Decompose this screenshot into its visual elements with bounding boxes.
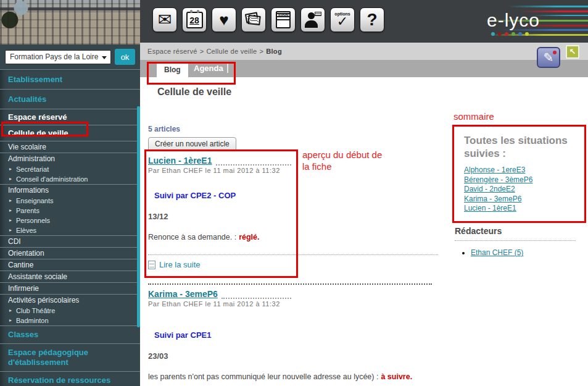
- sidebar-item-etablissement[interactable]: Etablissement: [0, 70, 140, 90]
- sidebar-item-club-theatre[interactable]: Club Théâtre: [0, 306, 140, 316]
- sidebar-item-parents[interactable]: Parents: [0, 206, 140, 216]
- sidebar-item-activites-periscolaires[interactable]: Activités périscolaires: [0, 295, 140, 306]
- edit-tools-button[interactable]: ✎: [537, 47, 560, 68]
- sidebar-item-actualites[interactable]: Actualités: [0, 90, 140, 109]
- options-check-icon: options✓: [334, 12, 350, 28]
- options-button[interactable]: options✓: [330, 7, 355, 32]
- mail-icon: ✉: [158, 12, 172, 28]
- person-icon: [304, 12, 321, 28]
- summary-link-karima[interactable]: Karima - 3emeP6: [464, 195, 579, 204]
- sidebar-item-administration[interactable]: Administration: [0, 153, 140, 164]
- dotted-filler: [222, 290, 291, 299]
- article-karima: Karima - 3emeP6 Par Ethan CHEF le 11 mai…: [148, 289, 438, 381]
- portal-selector-bar: Formation Pays de la Loire ok: [0, 44, 140, 69]
- elyco-logo: e-lyco: [487, 10, 540, 31]
- sidebar-item-espace-reserve[interactable]: Espace réservé: [0, 109, 140, 125]
- article-lucien: Lucien - 1èreE1 Par Ethan CHEF le 11 mai…: [148, 156, 438, 269]
- article-count: 5 articles: [148, 125, 438, 133]
- sidebar-item-informations[interactable]: Informations: [0, 185, 140, 196]
- article-byline: Par Ethan CHEF le 11 mai 2012 à 11:32: [148, 167, 438, 174]
- sidebar-item-conseil-administration[interactable]: Conseil d'administration: [0, 174, 140, 185]
- summary-link-lucien[interactable]: Lucien - 1èreE1: [464, 204, 579, 214]
- summary-link-alphonse[interactable]: Alphonse - 1ereE3: [464, 166, 579, 175]
- article-body: les parents n'ont pas communiqué leur no…: [148, 372, 438, 381]
- sidebar-item-eleves[interactable]: Elèves: [0, 225, 140, 236]
- sidebar-item-infirmerie[interactable]: Infirmerie: [0, 283, 140, 295]
- breadcrumb-cellule-de-veille[interactable]: Cellule de veille: [206, 48, 257, 55]
- tab-bar: Blog Agenda: [140, 60, 588, 77]
- sidebar-item-espace-pedagogique[interactable]: Espace pédagogique d'établissement: [0, 344, 123, 371]
- status-badge: réglé.: [239, 233, 259, 241]
- summary-link-berengere[interactable]: Bérengère - 3èmeP6: [464, 175, 579, 185]
- article-followed-by: Suivi par CPE1: [154, 330, 438, 340]
- heart-icon: ♥: [219, 12, 228, 28]
- school-building-photo: [0, 0, 140, 44]
- agenda-icon: lundi: [276, 11, 291, 28]
- arrow-up-left-icon: ↖: [569, 47, 576, 56]
- sidebar-item-orientation[interactable]: Orientation: [0, 248, 140, 259]
- article-title-link[interactable]: Lucien - 1èreE1: [148, 156, 212, 166]
- read-more-link[interactable]: Lire la suite: [159, 260, 200, 269]
- breadcrumb-current: Blog: [266, 48, 282, 55]
- calendar-button[interactable]: 28: [182, 7, 207, 32]
- mail-button[interactable]: ✉: [152, 7, 177, 32]
- summary-link-david[interactable]: David - 2ndeE2: [464, 185, 579, 195]
- sidebar-item-cdi[interactable]: CDI: [0, 236, 140, 248]
- editor-item: Ethan CHEF (5): [471, 248, 576, 257]
- chevron-down-icon: [102, 56, 107, 59]
- popout-button[interactable]: ↖: [566, 45, 579, 59]
- help-icon: ?: [366, 11, 377, 28]
- ok-button[interactable]: ok: [115, 49, 135, 65]
- sidebar-item-cellule-de-veille[interactable]: Cellule de veille: [0, 125, 140, 141]
- documents-button[interactable]: [241, 7, 266, 32]
- sidebar-item-secretariat[interactable]: Secrétariat: [0, 164, 140, 174]
- tab-blog[interactable]: Blog: [157, 63, 188, 77]
- dotted-filler: [216, 157, 292, 166]
- editor-link[interactable]: Ethan CHEF (5): [471, 248, 523, 257]
- portal-select[interactable]: Formation Pays de la Loire: [5, 50, 111, 64]
- calendar-icon: 28: [186, 12, 203, 28]
- article-date-code: 13/12: [148, 212, 438, 221]
- breadcrumb-espace-reserve[interactable]: Espace réservé: [147, 48, 197, 55]
- help-button[interactable]: ?: [360, 7, 384, 32]
- page-title: Cellule de veille: [157, 86, 588, 98]
- editors-section: Rédacteurs Ethan CHEF (5): [455, 226, 576, 257]
- documents-icon: [246, 12, 262, 28]
- sidebar-item-badminton[interactable]: Badminton: [0, 316, 140, 325]
- sidebar-item-vie-scolaire[interactable]: Vie scolaire: [0, 141, 140, 153]
- pencil-icon: ✎: [544, 50, 554, 65]
- article-followed-by: Suivi par CPE2 - COP: [154, 191, 438, 200]
- pin-icon: [553, 51, 557, 54]
- create-article-button[interactable]: Créer un nouvel article: [148, 137, 236, 151]
- editors-title: Rédacteurs: [455, 226, 576, 241]
- summary-title: Toutes les situations suivies :: [464, 134, 578, 160]
- sidebar-item-reservation-ressources[interactable]: Réservation de ressources: [0, 371, 140, 386]
- article-byline: Par Ethan CHEF le 11 mai 2012 à 11:32: [148, 300, 438, 308]
- logo-dots: [491, 32, 529, 36]
- agenda-button[interactable]: lundi: [271, 7, 296, 32]
- tab-separator: [227, 64, 228, 73]
- sidebar-item-personnels[interactable]: Personnels: [0, 216, 140, 225]
- sidebar-item-assistante-sociale[interactable]: Assistante sociale: [0, 271, 140, 283]
- breadcrumb: Espace réservé>Cellule de veille>Blog: [140, 43, 588, 60]
- article-separator: [148, 283, 432, 285]
- tab-agenda[interactable]: Agenda: [188, 64, 230, 73]
- article-body: Renonce à sa demande. :réglé.: [148, 233, 438, 241]
- article-date-code: 23/03: [148, 351, 438, 361]
- sidebar-item-cantine[interactable]: Cantine: [0, 259, 140, 271]
- top-toolbar: ✉ 28 ♥ lundi options✓ ?: [140, 0, 588, 43]
- favorites-button[interactable]: ♥: [212, 7, 236, 32]
- portal-select-value: Formation Pays de la Loire: [10, 52, 98, 61]
- status-badge: à suivre.: [381, 372, 412, 381]
- directory-button[interactable]: [300, 7, 325, 32]
- sidebar-item-enseignants[interactable]: Enseignants: [0, 196, 140, 206]
- sidebar-nav: Etablissement Actualités Espace réservé …: [0, 69, 140, 386]
- summary-box: Toutes les situations suivies : Alphonse…: [452, 125, 586, 223]
- read-more-icon: [148, 261, 155, 269]
- sidebar-item-classes[interactable]: Classes: [0, 325, 140, 344]
- article-title-link[interactable]: Karima - 3emeP6: [148, 289, 218, 299]
